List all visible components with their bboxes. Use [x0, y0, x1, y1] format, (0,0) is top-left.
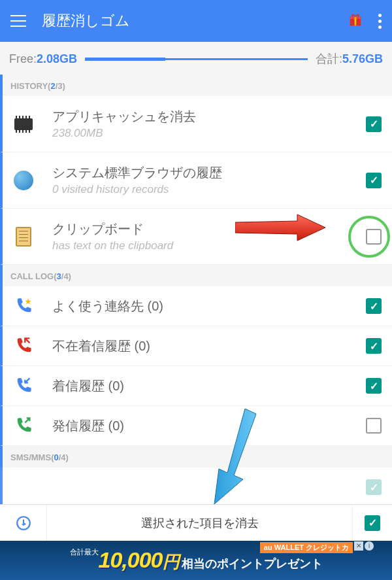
item-title: クリップボード [52, 220, 366, 238]
storage-progress [85, 58, 308, 60]
item-checkbox[interactable] [366, 378, 382, 394]
total-value: 5.76GB [342, 52, 383, 66]
item-checkbox[interactable] [366, 338, 382, 354]
bottom-action-bar: 選択された項目を消去 [0, 504, 392, 541]
svg-marker-3 [25, 298, 31, 304]
list-item[interactable]: クリップボード has text on the clipboard [0, 209, 392, 265]
item-title: 発信履歴 (0) [52, 417, 366, 435]
section-header-sms: SMS/MMS(0/4) [0, 446, 392, 468]
sms-icon [13, 477, 34, 498]
schedule-button[interactable] [0, 505, 47, 541]
phone-in-icon [13, 375, 34, 396]
overflow-menu-icon[interactable] [378, 14, 382, 29]
list-item[interactable] [0, 468, 392, 507]
menu-icon[interactable] [10, 15, 26, 27]
item-title: 不在着信履歴 (0) [52, 337, 366, 355]
item-title: 着信履歴 (0) [52, 377, 366, 395]
item-subtitle: has text on the clipboard [52, 239, 366, 252]
gift-icon[interactable] [348, 12, 378, 29]
phone-missed-icon [13, 335, 34, 356]
clear-selected-button[interactable]: 選択された項目を消去 [47, 505, 353, 541]
list-item[interactable]: 不在着信履歴 (0) [0, 326, 392, 366]
total-label: 合計: [316, 51, 342, 67]
ad-close-icon[interactable]: ✕ [354, 541, 363, 551]
ad-info-icon[interactable]: i [365, 541, 374, 551]
globe-icon [13, 170, 34, 191]
list-item[interactable]: よく使う連絡先 (0) [0, 286, 392, 326]
free-label: Free: [9, 52, 37, 66]
item-title: アプリキャッシュを消去 [52, 108, 366, 126]
item-subtitle: 0 visited history records [52, 183, 366, 196]
item-title: システム標準ブラウザの履歴 [52, 164, 366, 182]
item-checkbox[interactable] [366, 418, 382, 434]
list-item[interactable]: システム標準ブラウザの履歴 0 visited history records [0, 152, 392, 209]
phone-out-icon [13, 415, 34, 436]
item-checkbox[interactable] [366, 173, 382, 188]
free-value: 2.08GB [37, 52, 77, 66]
select-all-checkbox[interactable] [353, 515, 392, 531]
ad-tag: au WALLET クレジットカ [260, 542, 353, 553]
svg-rect-2 [355, 16, 357, 26]
list-item[interactable]: 発信履歴 (0) [0, 406, 392, 446]
item-checkbox[interactable] [366, 479, 382, 495]
list-item[interactable]: 着信履歴 (0) [0, 366, 392, 406]
section-header-calllog: CALL LOG(3/4) [0, 265, 392, 286]
list-item[interactable]: アプリキャッシュを消去 238.00MB [0, 96, 392, 152]
app-title: 履歴消しゴム [42, 11, 348, 31]
item-checkbox[interactable] [366, 229, 382, 245]
item-title: よく使う連絡先 (0) [52, 298, 366, 315]
section-header-history: HISTORY(2/3) [0, 75, 392, 96]
item-subtitle: 238.00MB [52, 127, 366, 140]
item-checkbox[interactable] [366, 298, 382, 314]
clipboard-icon [13, 226, 34, 247]
ad-banner[interactable]: au WALLET クレジットカ ✕ i 合計最大 10,000 円 相当のポイ… [0, 541, 392, 580]
phone-star-icon [13, 296, 34, 316]
item-checkbox[interactable] [366, 116, 382, 132]
chip-icon [13, 114, 34, 135]
storage-bar: Free: 2.08GB 合計: 5.76GB [0, 42, 392, 75]
app-header: 履歴消しゴム [0, 0, 392, 42]
